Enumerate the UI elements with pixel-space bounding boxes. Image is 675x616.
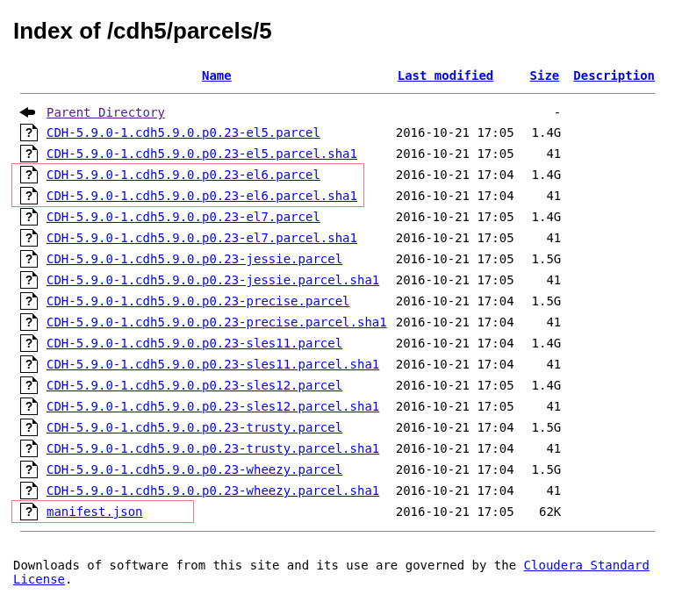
file-link[interactable]: CDH-5.9.0-1.cdh5.9.0.p0.23-sles12.parcel	[47, 378, 342, 392]
file-date: 2016-10-21 17:05	[391, 501, 523, 522]
file-date: 2016-10-21 17:04	[391, 164, 523, 185]
table-row: manifest.json2016-10-21 17:0562K	[13, 501, 662, 522]
table-row: CDH-5.9.0-1.cdh5.9.0.p0.23-sles12.parcel…	[13, 396, 662, 417]
footer-text-prefix: Downloads of software from this site and…	[13, 558, 524, 572]
back-icon	[19, 104, 39, 120]
file-link[interactable]: CDH-5.9.0-1.cdh5.9.0.p0.23-el5.parcel.sh…	[47, 147, 357, 161]
file-size: 1.5G	[523, 248, 567, 269]
file-date: 2016-10-21 17:04	[391, 459, 523, 480]
divider	[20, 93, 655, 94]
file-size: 1.4G	[523, 375, 567, 396]
file-link[interactable]: CDH-5.9.0-1.cdh5.9.0.p0.23-wheezy.parcel…	[47, 483, 379, 498]
header-last-modified[interactable]: Last modified	[398, 68, 494, 82]
file-icon	[20, 440, 38, 457]
table-row: CDH-5.9.0-1.cdh5.9.0.p0.23-sles12.parcel…	[13, 375, 662, 396]
file-date: 2016-10-21 17:05	[391, 396, 523, 417]
file-date: 2016-10-21 17:05	[391, 248, 523, 269]
file-link[interactable]: CDH-5.9.0-1.cdh5.9.0.p0.23-el6.parcel.sh…	[47, 189, 357, 203]
file-date: 2016-10-21 17:05	[391, 206, 523, 227]
table-row: CDH-5.9.0-1.cdh5.9.0.p0.23-el5.parcel201…	[13, 122, 662, 143]
file-icon	[20, 271, 38, 289]
file-date: 2016-10-21 17:04	[391, 438, 523, 459]
file-icon	[20, 124, 38, 141]
header-size[interactable]: Size	[530, 68, 560, 82]
file-icon	[20, 250, 38, 268]
table-row: CDH-5.9.0-1.cdh5.9.0.p0.23-el7.parcel201…	[13, 206, 662, 227]
table-row: CDH-5.9.0-1.cdh5.9.0.p0.23-precise.parce…	[13, 290, 662, 312]
file-icon	[20, 229, 38, 247]
file-icon	[20, 166, 38, 183]
file-icon	[20, 145, 38, 162]
file-size: 41	[523, 312, 567, 333]
file-link[interactable]: CDH-5.9.0-1.cdh5.9.0.p0.23-wheezy.parcel	[47, 462, 342, 476]
file-date: 2016-10-21 17:04	[391, 480, 523, 501]
file-size: 1.5G	[523, 459, 567, 480]
file-icon	[20, 334, 38, 352]
file-size: 1.4G	[523, 333, 567, 354]
table-row: CDH-5.9.0-1.cdh5.9.0.p0.23-el5.parcel.sh…	[13, 143, 662, 164]
file-icon	[20, 419, 38, 436]
file-link[interactable]: CDH-5.9.0-1.cdh5.9.0.p0.23-el7.parcel.sh…	[47, 231, 357, 245]
file-link[interactable]: CDH-5.9.0-1.cdh5.9.0.p0.23-jessie.parcel…	[47, 273, 379, 287]
parent-directory-row: Parent Directory -	[13, 103, 662, 122]
file-date: 2016-10-21 17:04	[391, 354, 523, 375]
directory-listing-table: Name Last modified Size Description Pare…	[13, 67, 662, 541]
page-title: Index of /cdh5/parcels/5	[13, 18, 662, 45]
file-icon	[20, 208, 38, 226]
divider	[20, 531, 655, 532]
table-row: CDH-5.9.0-1.cdh5.9.0.p0.23-trusty.parcel…	[13, 417, 662, 438]
file-date: 2016-10-21 17:05	[391, 143, 523, 164]
file-date: 2016-10-21 17:05	[391, 227, 523, 248]
header-name[interactable]: Name	[202, 68, 232, 82]
file-size: 1.5G	[523, 417, 567, 438]
file-icon	[20, 187, 38, 204]
file-date: 2016-10-21 17:05	[391, 269, 523, 290]
table-row: CDH-5.9.0-1.cdh5.9.0.p0.23-sles11.parcel…	[13, 354, 662, 375]
file-link[interactable]: CDH-5.9.0-1.cdh5.9.0.p0.23-precise.parce…	[47, 294, 350, 308]
table-row: CDH-5.9.0-1.cdh5.9.0.p0.23-trusty.parcel…	[13, 438, 662, 459]
table-row: CDH-5.9.0-1.cdh5.9.0.p0.23-wheezy.parcel…	[13, 480, 662, 501]
table-row: CDH-5.9.0-1.cdh5.9.0.p0.23-jessie.parcel…	[13, 269, 662, 290]
file-size: 41	[523, 227, 567, 248]
file-size: 41	[523, 396, 567, 417]
parent-size: -	[523, 103, 567, 122]
file-date: 2016-10-21 17:04	[391, 333, 523, 354]
file-link[interactable]: CDH-5.9.0-1.cdh5.9.0.p0.23-precise.parce…	[47, 315, 387, 329]
file-icon	[20, 482, 38, 499]
file-date: 2016-10-21 17:04	[391, 290, 523, 312]
file-size: 62K	[523, 501, 567, 522]
file-link[interactable]: CDH-5.9.0-1.cdh5.9.0.p0.23-el6.parcel	[47, 168, 320, 182]
file-size: 41	[523, 438, 567, 459]
file-link[interactable]: CDH-5.9.0-1.cdh5.9.0.p0.23-sles12.parcel…	[47, 399, 379, 413]
file-size: 1.5G	[523, 290, 567, 312]
file-size: 41	[523, 354, 567, 375]
file-size: 41	[523, 143, 567, 164]
file-date: 2016-10-21 17:05	[391, 375, 523, 396]
footer-text-suffix: .	[65, 572, 72, 586]
file-icon	[20, 398, 38, 415]
file-icon	[20, 292, 38, 310]
header-description[interactable]: Description	[573, 68, 655, 82]
file-size: 1.4G	[523, 122, 567, 143]
file-link[interactable]: CDH-5.9.0-1.cdh5.9.0.p0.23-sles11.parcel…	[47, 357, 379, 371]
file-date: 2016-10-21 17:05	[391, 122, 523, 143]
file-link[interactable]: CDH-5.9.0-1.cdh5.9.0.p0.23-sles11.parcel	[47, 336, 342, 350]
file-link[interactable]: CDH-5.9.0-1.cdh5.9.0.p0.23-jessie.parcel	[47, 252, 342, 266]
file-link[interactable]: manifest.json	[47, 505, 143, 519]
file-icon	[20, 376, 38, 394]
file-icon	[20, 355, 38, 373]
file-icon	[20, 461, 38, 478]
file-size: 41	[523, 480, 567, 501]
file-date: 2016-10-21 17:04	[391, 417, 523, 438]
file-link[interactable]: CDH-5.9.0-1.cdh5.9.0.p0.23-trusty.parcel	[47, 420, 342, 434]
file-link[interactable]: CDH-5.9.0-1.cdh5.9.0.p0.23-el7.parcel	[47, 210, 320, 224]
file-size: 1.4G	[523, 206, 567, 227]
table-row: CDH-5.9.0-1.cdh5.9.0.p0.23-el6.parcel201…	[13, 164, 662, 185]
file-size: 41	[523, 185, 567, 206]
footer: Downloads of software from this site and…	[13, 558, 662, 586]
file-link[interactable]: CDH-5.9.0-1.cdh5.9.0.p0.23-trusty.parcel…	[47, 441, 379, 455]
file-link[interactable]: CDH-5.9.0-1.cdh5.9.0.p0.23-el5.parcel	[47, 125, 320, 140]
parent-directory-link[interactable]: Parent Directory	[47, 105, 165, 119]
file-size: 41	[523, 269, 567, 290]
file-icon	[20, 313, 38, 331]
